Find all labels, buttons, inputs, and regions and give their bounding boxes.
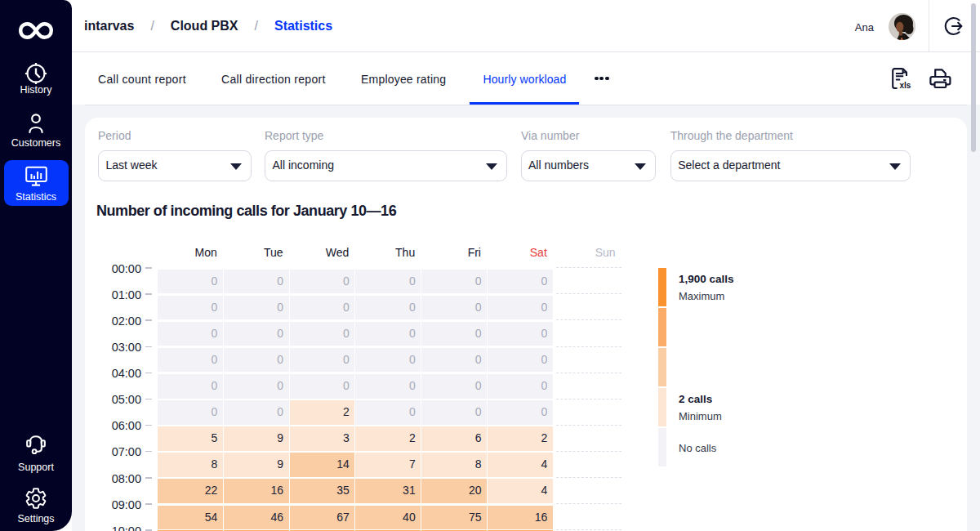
svg-text:xls: xls (899, 81, 911, 90)
